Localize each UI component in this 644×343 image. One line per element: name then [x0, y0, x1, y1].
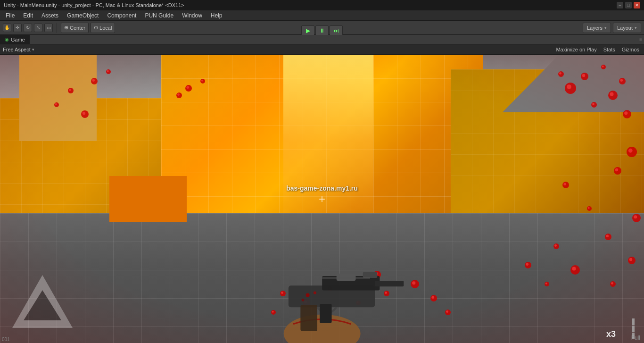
- ammo-bar-3: [632, 333, 635, 339]
- menu-gameobject[interactable]: GameObject: [63, 11, 102, 20]
- move-tool-icon[interactable]: ✛: [13, 24, 22, 32]
- hud-multiplier: x3: [606, 329, 616, 339]
- stats-button[interactable]: Stats: [602, 46, 617, 53]
- toolbar: ✋ ✛ ↻ ⤡ ▭ ⊕ Center ⊙ Local ▶ ⏸ ⏭ Layers …: [0, 21, 644, 35]
- aspect-label: Free Aspect: [3, 47, 31, 52]
- svg-rect-87: [320, 303, 331, 323]
- rect-tool-icon[interactable]: ▭: [44, 24, 53, 32]
- center-label: Center: [70, 25, 85, 31]
- minimize-button[interactable]: –: [617, 2, 623, 8]
- menu-window[interactable]: Window: [178, 11, 206, 20]
- game-viewport: bas-game-zona.my1.ru x3 Full 001: [0, 55, 644, 343]
- right-toolbar: Layers Layout: [583, 23, 641, 33]
- layers-label: Layers: [587, 25, 603, 31]
- separator-1: [57, 23, 57, 33]
- svg-rect-80: [300, 305, 317, 331]
- watermark-text: bas-game-zona.my1.ru: [286, 184, 358, 192]
- local-icon: ⊙: [94, 25, 98, 31]
- svg-point-86: [301, 298, 304, 301]
- center-toggle[interactable]: ⊕ Center: [61, 23, 89, 33]
- svg-point-85: [314, 291, 316, 294]
- aspect-dropdown[interactable]: Free Aspect: [3, 47, 34, 52]
- menu-component[interactable]: Component: [103, 11, 140, 20]
- menu-file[interactable]: File: [2, 11, 18, 20]
- maximize-on-play-button[interactable]: Maximize on Play: [554, 46, 598, 53]
- game-icon: ◉: [5, 37, 9, 42]
- layers-dropdown[interactable]: Layers: [583, 23, 611, 33]
- hand-tool-icon[interactable]: ✋: [3, 24, 11, 32]
- layout-dropdown[interactable]: Layout: [613, 23, 641, 33]
- center-icon: ⊕: [64, 25, 68, 31]
- menu-assets[interactable]: Assets: [38, 11, 62, 20]
- menu-edit[interactable]: Edit: [19, 11, 37, 20]
- game-tab[interactable]: ◉ Game: [0, 35, 30, 44]
- maximize-button[interactable]: □: [625, 2, 632, 8]
- play-button[interactable]: ▶: [301, 25, 314, 36]
- gizmos-button[interactable]: Gizmos: [620, 46, 641, 53]
- title-bar-controls: – □ ✕: [617, 2, 640, 8]
- orange-box: [109, 176, 187, 222]
- svg-point-84: [305, 293, 309, 297]
- pause-button[interactable]: ⏸: [315, 25, 329, 36]
- step-button[interactable]: ⏭: [330, 25, 343, 36]
- menu-pun-guide[interactable]: PUN Guide: [141, 11, 177, 20]
- ammo-bar-2: [632, 326, 635, 332]
- unity-logo-watermark: [0, 268, 85, 343]
- scale-tool-icon[interactable]: ⤡: [34, 24, 42, 32]
- menu-help[interactable]: Help: [207, 11, 226, 20]
- crosshair: [319, 192, 325, 206]
- close-button[interactable]: ✕: [634, 2, 640, 8]
- game-tab-label: Game: [11, 37, 25, 42]
- local-label: Local: [99, 25, 112, 31]
- menu-bar: File Edit Assets GameObject Component PU…: [0, 10, 644, 21]
- play-controls: ▶ ⏸ ⏭: [301, 25, 343, 36]
- layout-label: Layout: [617, 25, 633, 31]
- weapon-svg: [193, 199, 451, 343]
- hud-ammo-bars: [632, 318, 635, 339]
- title-bar: Unity - MainMenu.unity - unity_project -…: [0, 0, 644, 10]
- title-bar-text: Unity - MainMenu.unity - unity_project -…: [4, 2, 184, 8]
- svg-rect-79: [375, 281, 404, 286]
- panel-scroll-button[interactable]: ≡: [639, 37, 642, 42]
- wall-left-top: [19, 55, 97, 141]
- game-subtoolbar-right: Maximize on Play Stats Gizmos: [554, 46, 641, 53]
- local-toggle[interactable]: ⊙ Local: [91, 23, 115, 33]
- weapon-area: [193, 199, 451, 343]
- rotate-tool-icon[interactable]: ↻: [24, 24, 32, 32]
- ammo-bar-1: [632, 318, 635, 325]
- game-subtoolbar: Free Aspect Maximize on Play Stats Gizmo…: [0, 44, 644, 55]
- game-tab-bar: ◉ Game ≡: [0, 35, 644, 44]
- svg-rect-83: [322, 276, 370, 278]
- game-panel: ◉ Game ≡ Free Aspect Maximize on Play St…: [0, 35, 644, 343]
